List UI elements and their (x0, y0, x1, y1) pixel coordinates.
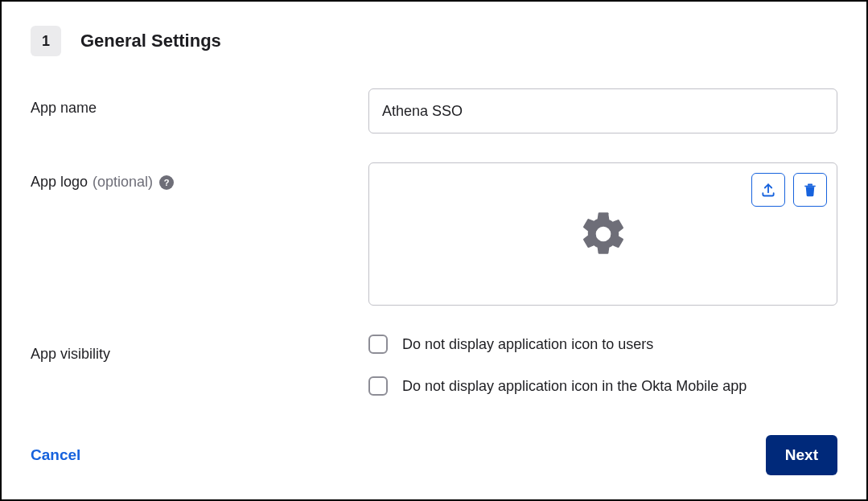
app-logo-dropzone[interactable] (368, 162, 837, 306)
section-header: 1 General Settings (31, 26, 837, 56)
app-logo-label-text: App logo (31, 174, 88, 191)
logo-action-group (751, 173, 827, 207)
upload-icon (760, 182, 776, 198)
section-title: General Settings (80, 31, 221, 51)
form-footer: Cancel Next (31, 435, 837, 475)
app-name-input[interactable] (368, 88, 837, 133)
cancel-button[interactable]: Cancel (31, 446, 80, 464)
checkbox-mobile[interactable] (368, 376, 388, 396)
visibility-option-users[interactable]: Do not display application icon to users (368, 335, 837, 354)
step-number-badge: 1 (31, 26, 61, 56)
app-logo-optional-text: (optional) (93, 174, 153, 191)
trash-icon (803, 182, 817, 198)
visibility-option-mobile-label: Do not display application icon in the O… (402, 378, 747, 395)
app-name-label: App name (31, 88, 368, 117)
visibility-option-mobile[interactable]: Do not display application icon in the O… (368, 376, 837, 396)
upload-logo-button[interactable] (751, 173, 785, 207)
delete-logo-button[interactable] (793, 173, 827, 207)
general-settings-panel: 1 General Settings App name App logo (op… (0, 0, 868, 501)
app-logo-label: App logo (optional) ? (31, 162, 368, 191)
next-button[interactable]: Next (766, 435, 837, 475)
checkbox-users[interactable] (368, 335, 388, 354)
app-visibility-label: App visibility (31, 335, 368, 363)
app-name-row: App name (31, 88, 837, 133)
help-icon[interactable]: ? (159, 175, 174, 190)
app-visibility-options: Do not display application icon to users… (368, 335, 837, 396)
app-visibility-row: App visibility Do not display applicatio… (31, 335, 837, 396)
gear-icon (578, 208, 629, 260)
visibility-option-users-label: Do not display application icon to users (402, 336, 653, 353)
app-logo-row: App logo (optional) ? (31, 162, 837, 306)
